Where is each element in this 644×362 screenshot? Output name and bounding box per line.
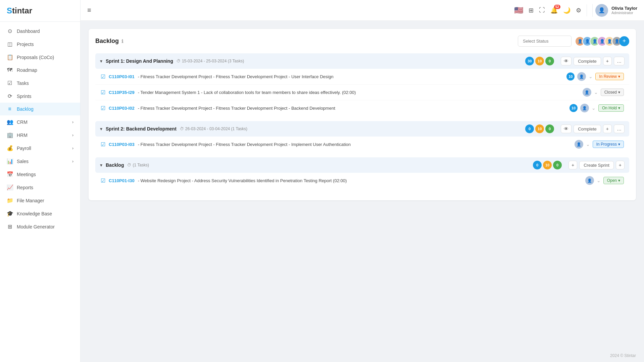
sidebar-label-module-generator: Module Generator: [17, 224, 55, 229]
task-checkbox-icon[interactable]: ☑: [101, 177, 105, 184]
select-status-input[interactable]: [518, 36, 572, 47]
sidebar-icon-sprints: ⟳: [7, 93, 13, 99]
task-checkbox-icon[interactable]: ☑: [101, 89, 105, 96]
task-expand-icon[interactable]: ⌄: [589, 74, 593, 79]
sprint-complete-button[interactable]: Complete: [574, 125, 601, 133]
sidebar-item-sales[interactable]: 📊 Sales ›: [0, 155, 80, 168]
sprint-header-sprint2[interactable]: ▾ Sprint 2: Backend Development ⏱ 26-03-…: [95, 121, 629, 137]
sprint-collapse-icon[interactable]: ▾: [100, 126, 102, 132]
topbar: ≡ 🇺🇸 ⊞ ⛶ 🔔 52 🌙 ⚙ 👤 Olivia Taylor Admini…: [81, 0, 644, 21]
sprint-header-sprint1[interactable]: ▾ Sprint 1: Design And Planning ⏱ 15-03-…: [95, 53, 629, 69]
sprint-eye-button[interactable]: 👁: [561, 57, 572, 65]
sidebar-item-hrm[interactable]: 🏢 HRM ›: [0, 128, 80, 142]
task-id[interactable]: C110P03-I01: [109, 74, 135, 79]
sprint-tasks-sprint1: ☑ C110P03-I01 - Fitness Tracker Developm…: [95, 69, 629, 116]
sidebar-label-roadmap: Roadmap: [17, 67, 37, 73]
sprint-badges: 0100: [525, 124, 554, 133]
backlog-create-sprint-button[interactable]: Create Sprint: [579, 161, 614, 169]
sidebar-item-projects[interactable]: ◫ Projects: [0, 38, 80, 51]
user-details: Olivia Taylor Administrator: [611, 6, 637, 15]
sidebar-label-projects: Projects: [17, 42, 34, 47]
backlog-collapse-icon[interactable]: ▾: [100, 162, 102, 168]
sidebar-item-meetings[interactable]: 📅 Meetings: [0, 168, 80, 181]
notifications-icon[interactable]: 🔔 52: [550, 7, 558, 14]
sidebar-item-dashboard[interactable]: ⊙ Dashboard: [0, 24, 80, 38]
backlog-subsection-header[interactable]: ▾ Backlog ⏱ (1 Tasks) 0100 + Create Spri…: [95, 157, 629, 173]
theme-toggle-icon[interactable]: 🌙: [563, 7, 571, 14]
task-status-badge[interactable]: Closed ▾: [601, 89, 624, 96]
task-right: 10 👤 ⌄ In Review ▾: [566, 72, 624, 81]
language-flag-icon[interactable]: 🇺🇸: [514, 6, 523, 15]
task-expand-icon[interactable]: ⌄: [594, 90, 598, 95]
sprint-complete-button[interactable]: Complete: [574, 57, 601, 65]
sprint-badge: 0: [545, 57, 554, 65]
sprint-add-button[interactable]: +: [603, 124, 612, 133]
sidebar-item-reports[interactable]: 📈 Reports: [0, 181, 80, 194]
backlog-header: Backlog ℹ 👤 👤 👤 👤 👤 👤 +: [95, 36, 629, 47]
sidebar-icon-roadmap: 🗺: [7, 67, 13, 73]
avatar-group: 👤 👤 👤 👤 👤 👤 +: [575, 36, 629, 46]
sprint-add-button[interactable]: +: [603, 57, 612, 65]
task-checkbox-icon[interactable]: ☑: [101, 141, 105, 148]
status-dropdown-icon: ▾: [618, 90, 620, 95]
backlog-more-add-button[interactable]: +: [616, 161, 625, 169]
sidebar-item-module-generator[interactable]: ⊞ Module Generator: [0, 220, 80, 233]
footer-text: 2024 © Stintar: [610, 353, 636, 358]
task-status-badge[interactable]: In Review ▾: [595, 73, 624, 80]
sidebar-label-hrm: HRM: [17, 133, 28, 138]
sprint-collapse-icon[interactable]: ▾: [100, 58, 102, 64]
chevron-icon-payroll: ›: [72, 146, 73, 151]
fullscreen-icon[interactable]: ⛶: [539, 7, 545, 14]
backlog-task-count: ⏱ (1 Tasks): [127, 163, 149, 167]
sidebar-item-knowledge-base[interactable]: 🎓 Knowledge Base: [0, 207, 80, 220]
sidebar-label-crm: CRM: [17, 119, 28, 125]
user-profile[interactable]: 👤 Olivia Taylor Administrator: [592, 4, 637, 17]
sidebar-item-file-manager[interactable]: 📁 File Manager: [0, 194, 80, 207]
backlog-add-button[interactable]: +: [568, 161, 577, 169]
task-status-badge[interactable]: Open ▾: [603, 177, 624, 184]
status-dropdown-icon: ▾: [618, 106, 620, 110]
info-icon[interactable]: ℹ: [121, 39, 123, 44]
sidebar-icon-module-generator: ⊞: [7, 223, 13, 230]
backlog-header-right: 👤 👤 👤 👤 👤 👤 +: [518, 36, 629, 47]
task-id[interactable]: C110P03-I02: [109, 106, 135, 111]
chevron-icon-sales: ›: [72, 159, 73, 164]
backlog-subsection: ▾ Backlog ⏱ (1 Tasks) 0100 + Create Spri…: [95, 157, 629, 188]
sidebar-label-proposals: Proposals (CoCo): [17, 55, 54, 60]
sprint-more-button[interactable]: …: [614, 57, 625, 65]
sidebar-item-backlog[interactable]: ≡ Backlog: [0, 103, 80, 115]
menu-toggle-button[interactable]: ≡: [87, 6, 91, 14]
task-checkbox-icon[interactable]: ☑: [101, 105, 105, 111]
sidebar-icon-projects: ◫: [7, 41, 13, 47]
task-expand-icon[interactable]: ⌄: [597, 178, 601, 183]
apps-icon[interactable]: ⊞: [529, 7, 534, 14]
sidebar-item-tasks[interactable]: ☑ Tasks: [0, 76, 80, 90]
task-status-badge[interactable]: In Progress ▾: [593, 141, 624, 148]
task-id[interactable]: C110P35-I29: [109, 90, 135, 95]
sidebar-icon-payroll: 💰: [7, 145, 13, 151]
settings-icon[interactable]: ⚙: [576, 7, 581, 14]
sidebar-icon-backlog: ≡: [7, 106, 13, 112]
add-member-button[interactable]: +: [619, 36, 629, 46]
chevron-icon-crm: ›: [72, 120, 73, 124]
task-id[interactable]: C110P01-I30: [109, 178, 135, 183]
task-expand-icon[interactable]: ⌄: [592, 105, 596, 111]
sprint-title: Sprint 2: Backend Development: [106, 126, 177, 132]
sprint-tasks-sprint2: ☑ C110P03-I03 - Fitness Tracker Developm…: [95, 137, 629, 152]
sidebar-item-sprints[interactable]: ⟳ Sprints: [0, 90, 80, 103]
sidebar-item-crm[interactable]: 👥 CRM ›: [0, 115, 80, 128]
task-expand-icon[interactable]: ⌄: [586, 142, 590, 147]
sprint-section-sprint1: ▾ Sprint 1: Design And Planning ⏱ 15-03-…: [95, 53, 629, 116]
sidebar-item-roadmap[interactable]: 🗺 Roadmap: [0, 64, 80, 76]
task-status-badge[interactable]: On Hold ▾: [598, 104, 624, 112]
sidebar-item-payroll[interactable]: 💰 Payroll ›: [0, 142, 80, 155]
sidebar-label-dashboard: Dashboard: [17, 29, 40, 34]
task-id[interactable]: C110P03-I03: [109, 142, 135, 147]
task-checkbox-icon[interactable]: ☑: [101, 73, 105, 80]
backlog-badge: 10: [543, 161, 552, 169]
sidebar-item-proposals[interactable]: 📋 Proposals (CoCo): [0, 51, 80, 64]
sprint-eye-button[interactable]: 👁: [561, 124, 572, 133]
user-name: Olivia Taylor: [611, 6, 637, 11]
sprint-more-button[interactable]: …: [614, 124, 625, 133]
sidebar-label-meetings: Meetings: [17, 172, 36, 177]
